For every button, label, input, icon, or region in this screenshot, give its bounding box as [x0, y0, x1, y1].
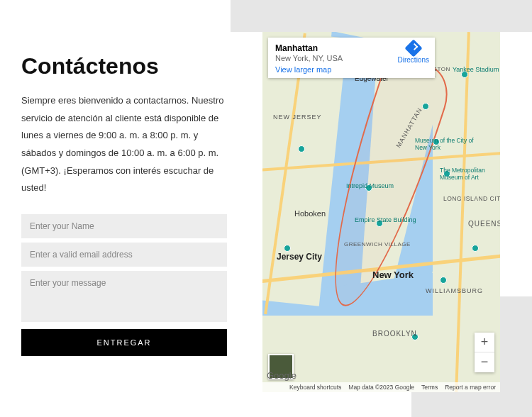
map-canvas[interactable]: New York Jersey City Hoboken BROOKLYN QU…: [262, 32, 500, 392]
map-info-card: Manhattan New York, NY, USA View larger …: [268, 38, 435, 78]
page-title: Contáctenos: [21, 53, 227, 79]
contact-section: Contáctenos Siempre eres bienvenido a co…: [21, 53, 227, 356]
map-pin: [365, 184, 372, 191]
map-pin: [443, 170, 450, 177]
report-error-link[interactable]: Report a map error: [445, 384, 496, 391]
contact-description: Siempre eres bienvenido a contactarnos. …: [21, 92, 227, 197]
zoom-control: + −: [475, 333, 494, 372]
map-pin: [440, 277, 447, 284]
map-data-text: Map data ©2023 Google: [348, 384, 414, 391]
zoom-out-button[interactable]: −: [475, 352, 494, 372]
name-input[interactable]: [21, 214, 227, 238]
map-pin: [376, 220, 383, 227]
view-larger-link[interactable]: View larger map: [275, 65, 331, 74]
map-pin: [298, 145, 305, 152]
email-input[interactable]: [21, 243, 227, 267]
map-pin: [411, 333, 419, 340]
google-logo: Google: [267, 370, 297, 381]
map-embed[interactable]: New York Jersey City Hoboken BROOKLYN QU…: [262, 32, 500, 392]
message-input[interactable]: [21, 271, 227, 322]
label-jersey-city: Jersey City: [277, 252, 322, 262]
submit-button[interactable]: ENTREGAR: [21, 329, 227, 356]
keyboard-shortcuts-link[interactable]: Keyboard shortcuts: [289, 384, 341, 391]
decor-top: [231, 0, 532, 32]
terms-link[interactable]: Terms: [421, 384, 438, 391]
directions-label: Directions: [398, 56, 429, 64]
map-pin: [284, 245, 291, 252]
map-pin: [422, 103, 429, 110]
directions-button[interactable]: Directions: [398, 42, 429, 64]
label-new-york: New York: [372, 269, 414, 280]
map-pin: [472, 245, 479, 252]
map-pin: [461, 71, 468, 78]
zoom-in-button[interactable]: +: [475, 333, 494, 352]
directions-icon: [404, 39, 422, 57]
map-pin: [433, 138, 440, 145]
label-manhattan-nb: MANHATTAN: [395, 106, 423, 149]
map-footer: Keyboard shortcuts Map data ©2023 Google…: [262, 382, 500, 392]
